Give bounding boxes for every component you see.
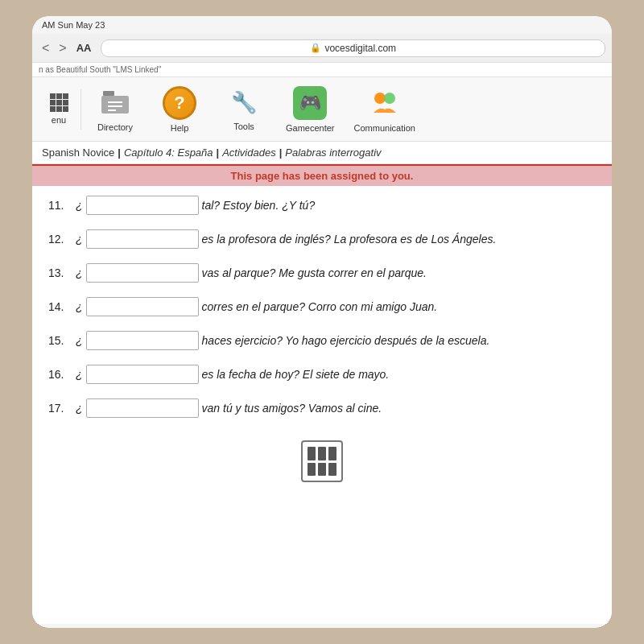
communication-icon (368, 86, 402, 120)
menu-icon-area[interactable]: enu (32, 90, 79, 128)
question-start-17: ¿ (76, 402, 83, 415)
question-start-12: ¿ (76, 233, 83, 246)
question-row-15: 15. ¿ haces ejercicio? Yo hago ejercicio… (48, 331, 596, 350)
question-row-16: 16. ¿ es la fecha de hoy? El siete de ma… (48, 365, 596, 384)
breadcrumb: Spanish Novice | Capítulo 4: España | Ac… (32, 142, 612, 164)
lock-icon: 🔒 (310, 43, 321, 53)
breadcrumb-sep-1: | (217, 147, 220, 159)
question-text-17: van tú y tus amigos? Vamos al cine. (202, 402, 596, 415)
lms-bar: n as Beautiful South "LMS Linked" (32, 63, 612, 77)
gamecenter-label: Gamecenter (286, 123, 335, 133)
grid-bottom-icon (301, 440, 343, 482)
nav-directory[interactable]: Directory (83, 84, 147, 135)
browser-bar: < > AA 🔒 vocesdigital.com (32, 34, 612, 63)
assigned-text: This page has been assigned to you. (231, 170, 414, 182)
question-start-13: ¿ (76, 266, 83, 279)
question-num-13: 13. (48, 266, 72, 279)
breadcrumb-part-3: Palabras interrogativ (285, 147, 381, 159)
question-num-17: 17. (48, 402, 72, 415)
tools-icon: 🔧 (229, 88, 259, 118)
question-num-12: 12. (48, 233, 72, 246)
answer-input-13[interactable] (86, 263, 199, 283)
answer-input-12[interactable] (86, 229, 199, 249)
answer-input-17[interactable] (86, 398, 199, 418)
grid-cell (308, 447, 316, 460)
grid-cell (318, 447, 326, 460)
grid-cell (318, 463, 326, 477)
grid-cell (308, 463, 316, 477)
breadcrumb-sep-2: | (279, 147, 283, 159)
question-num-14: 14. (48, 300, 72, 313)
grid-cell (328, 447, 336, 460)
status-time: AM Sun May 23 (42, 20, 105, 30)
tools-label: Tools (233, 122, 254, 131)
nav-toolbar: enu Directory ? (32, 77, 612, 142)
question-text-13: vas al parque? Me gusta correr en el par… (202, 266, 596, 279)
question-text-12: es la profesora de inglés? La profesora … (202, 233, 596, 246)
question-row-14: 14. ¿ corres en el parque? Corro con mi … (48, 297, 596, 316)
question-num-16: 16. (48, 368, 72, 381)
nav-help[interactable]: ? Help (147, 83, 212, 136)
forward-button[interactable]: > (56, 39, 69, 57)
breadcrumb-sep-0: | (118, 147, 121, 159)
question-row-13: 13. ¿ vas al parque? Me gusta correr en … (48, 263, 596, 283)
question-row-11: 11. ¿ tal? Estoy bien. ¿Y tú? (48, 196, 596, 215)
question-text-14: corres en el parque? Corro con mi amigo … (202, 300, 596, 313)
question-start-14: ¿ (76, 300, 83, 313)
question-num-11: 11. (48, 199, 72, 212)
help-label: Help (171, 123, 189, 133)
menu-label: enu (52, 115, 66, 125)
grid-cell (328, 463, 336, 477)
bottom-icon-area (48, 432, 596, 490)
question-text-11: tal? Estoy bien. ¿Y tú? (202, 199, 596, 212)
screen: AM Sun May 23 < > AA 🔒 vocesdigital.com … (32, 16, 612, 628)
answer-input-15[interactable] (86, 331, 199, 350)
answer-input-16[interactable] (86, 365, 199, 384)
browser-nav: < > AA (39, 39, 94, 57)
question-start-11: ¿ (76, 199, 83, 212)
directory-label: Directory (97, 122, 133, 132)
breadcrumb-part-2: Actividades (222, 147, 275, 159)
toolbar-divider (80, 89, 81, 130)
gamecenter-icon: 🎮 (293, 86, 327, 120)
content-area: 11. ¿ tal? Estoy bien. ¿Y tú? 12. ¿ es l… (32, 186, 612, 624)
svg-rect-0 (103, 91, 114, 96)
directory-icon (99, 87, 131, 119)
answer-input-14[interactable] (86, 297, 199, 316)
breadcrumb-part-1: Capítulo 4: España (124, 147, 213, 159)
question-num-15: 15. (48, 334, 72, 347)
tablet-frame: AM Sun May 23 < > AA 🔒 vocesdigital.com … (32, 16, 612, 628)
help-icon: ? (163, 86, 196, 120)
nav-communication[interactable]: Communication (345, 83, 425, 136)
svg-point-5 (374, 93, 386, 104)
communication-label: Communication (354, 123, 415, 133)
answer-input-11[interactable] (86, 196, 199, 215)
question-text-16: es la fecha de hoy? El siete de mayo. (202, 368, 596, 381)
question-row-12: 12. ¿ es la profesora de inglés? La prof… (48, 229, 596, 249)
nav-tools[interactable]: 🔧 Tools (212, 85, 276, 134)
url-text: vocesdigital.com (324, 43, 396, 54)
question-start-15: ¿ (76, 334, 83, 347)
question-row-17: 17. ¿ van tú y tus amigos? Vamos al cine… (48, 398, 596, 418)
back-button[interactable]: < (39, 39, 52, 57)
url-bar[interactable]: 🔒 vocesdigital.com (101, 39, 605, 57)
svg-point-6 (384, 93, 395, 104)
grid-icon (50, 93, 68, 112)
question-text-15: haces ejercicio? Yo hago ejercicio despu… (202, 334, 596, 347)
aa-button[interactable]: AA (73, 40, 95, 56)
menu-button[interactable]: enu (39, 90, 79, 128)
lms-text: n as Beautiful South "LMS Linked" (39, 65, 161, 74)
assigned-banner: This page has been assigned to you. (32, 164, 612, 186)
breadcrumb-part-0: Spanish Novice (42, 147, 114, 159)
nav-gamecenter[interactable]: 🎮 Gamecenter (276, 83, 345, 136)
status-bar: AM Sun May 23 (32, 16, 612, 34)
question-start-16: ¿ (76, 368, 83, 381)
